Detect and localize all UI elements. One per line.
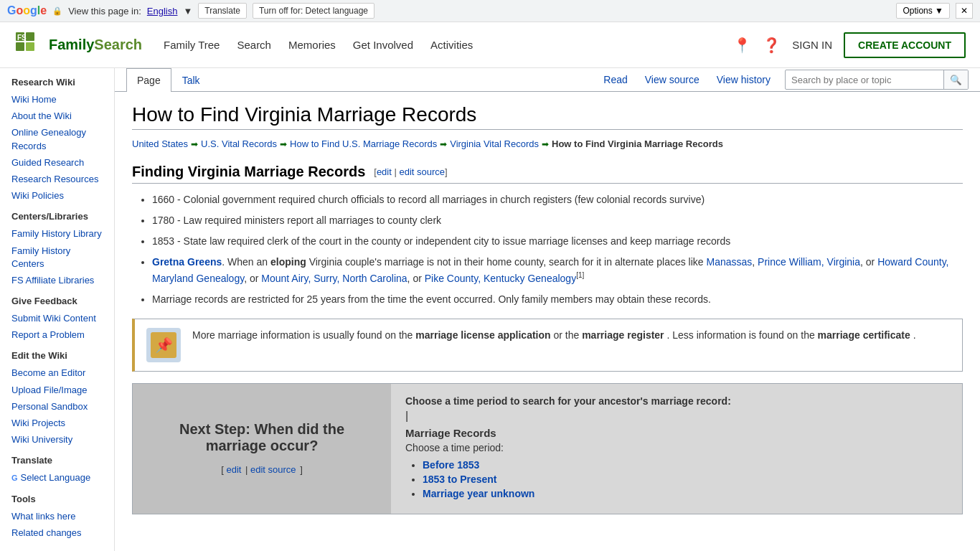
svg-text:FS: FS: [17, 34, 27, 42]
bullet-1660: 1660 - Colonial government required chur…: [152, 194, 705, 205]
create-account-button[interactable]: CREATE ACCOUNT: [844, 32, 966, 58]
gretna-greens-link[interactable]: Gretna Greens: [152, 256, 222, 268]
logo[interactable]: FS FamilySearch: [14, 31, 142, 60]
nav-family-tree[interactable]: Family Tree: [164, 36, 220, 54]
tab-talk[interactable]: Talk: [171, 68, 211, 92]
tip-icon-wrap: 📌: [146, 328, 181, 362]
breadcrumb-arrow-3: ➡: [440, 139, 447, 149]
list-item: Gretna Greens. When an eloping Virginia …: [152, 255, 963, 286]
sidebar-item-family-history-library[interactable]: Family History Library: [11, 227, 103, 240]
edit-link[interactable]: edit: [377, 166, 392, 177]
bottom-left-edit-source-link[interactable]: edit source: [250, 464, 296, 475]
footnote-1: [1]: [576, 271, 584, 279]
sidebar-item-online-genealogy[interactable]: Online Genealogy Records: [11, 126, 103, 152]
sidebar-item-related-changes[interactable]: Related changes: [11, 527, 103, 540]
svg-rect-1: [26, 32, 34, 41]
nav-memories[interactable]: Memories: [288, 36, 336, 54]
sidebar-item-fs-affiliate[interactable]: FS Affiliate Libraries: [11, 274, 103, 287]
tab-search-box: 🔍: [785, 70, 969, 90]
close-translate-button[interactable]: ✕: [956, 3, 973, 19]
1853-present-link[interactable]: 1853 to Present: [423, 474, 497, 485]
breadcrumb-current: How to Find Virginia Marriage Records: [552, 138, 723, 149]
tab-action-read[interactable]: Read: [595, 68, 636, 91]
time-period-list: Before 1853 1853 to Present Marriage yea…: [423, 459, 948, 499]
search-icon: 🔍: [950, 75, 962, 85]
sidebar-item-personal-sandbox[interactable]: Personal Sandbox: [11, 400, 103, 413]
breadcrumb-virginia-vital[interactable]: Virginia Vital Records: [450, 138, 539, 149]
tip-emoji: 📌: [155, 336, 173, 354]
breadcrumb-arrow-2: ➡: [280, 139, 287, 149]
restricted-text: Marriage records are restricted for 25 y…: [152, 293, 711, 305]
sidebar-section-feedback: Give Feedback: [11, 296, 103, 306]
before-1853-link[interactable]: Before 1853: [423, 459, 479, 471]
choose-time-text: Choose a time period:: [405, 442, 948, 453]
tip-bold-3: marriage certificate: [818, 329, 910, 341]
sidebar-item-wiki-university[interactable]: Wiki University: [11, 433, 103, 446]
turn-off-button[interactable]: Turn off for: Detect language: [253, 3, 374, 19]
main-nav: FS FamilySearch Family Tree Search Memor…: [0, 22, 980, 68]
prince-william-link[interactable]: Prince William, Virginia: [758, 256, 860, 268]
google-translate-g-icon: G: [11, 474, 18, 482]
sidebar-item-become-editor[interactable]: Become an Editor: [11, 367, 103, 380]
translate-view-text: View this page in:: [68, 6, 141, 17]
options-button[interactable]: Options ▼: [896, 3, 950, 19]
sidebar-item-research-resources[interactable]: Research Resources: [11, 173, 103, 186]
bottom-left-edit-link[interactable]: edit: [226, 464, 241, 475]
content-area: Page Talk Read View source View history …: [115, 68, 980, 551]
sidebar-item-wiki-home[interactable]: Wiki Home: [11, 93, 103, 106]
sidebar-item-submit-wiki[interactable]: Submit Wiki Content: [11, 312, 103, 325]
list-item: Marriage year unknown: [423, 488, 948, 499]
bottom-left-edit-bracket-close: ]: [300, 464, 303, 475]
sidebar-item-wiki-policies[interactable]: Wiki Policies: [11, 189, 103, 202]
sidebar-item-what-links[interactable]: What links here: [11, 510, 103, 523]
svg-rect-2: [16, 42, 24, 51]
translate-language-link[interactable]: English: [147, 6, 178, 17]
manassas-link[interactable]: Manassas: [707, 256, 753, 268]
sidebar-section-edit: Edit the Wiki: [11, 350, 103, 361]
marriage-records-subhead: Marriage Records: [405, 427, 948, 439]
bullet-1853: 1853 - State law required clerk of the c…: [152, 235, 730, 247]
pike-county-link[interactable]: Pike County, Kentucky Genealogy: [425, 273, 576, 284]
sidebar-item-about-wiki[interactable]: About the Wiki: [11, 110, 103, 123]
gretna-text-2: Virginia couple's marriage is not in the…: [306, 256, 707, 268]
nav-activities[interactable]: Activities: [430, 36, 473, 54]
bottom-left-separator: |: [245, 464, 250, 475]
article: How to Find Virginia Marriage Records Un…: [115, 92, 980, 526]
tab-search-input[interactable]: [786, 75, 943, 85]
choose-header: Choose a time period to search for your …: [405, 395, 948, 407]
tip-icon: 📌: [151, 332, 176, 358]
marriage-year-unknown-link[interactable]: Marriage year unknown: [423, 488, 534, 499]
comma-2: , or: [860, 256, 877, 268]
sidebar-item-report-problem[interactable]: Report a Problem: [11, 329, 103, 342]
mount-airy-link[interactable]: Mount Airy, Surry, North Carolina: [261, 273, 407, 284]
location-icon[interactable]: 📍: [733, 37, 751, 54]
translate-button[interactable]: Translate: [198, 3, 247, 19]
bottom-left-panel: Next Step: When did the marriage occur? …: [133, 384, 391, 514]
breadcrumb-us[interactable]: United States: [132, 138, 188, 149]
nav-right: 📍 ❓ SIGN IN CREATE ACCOUNT: [733, 32, 966, 58]
sidebar-item-guided-research[interactable]: Guided Research: [11, 156, 103, 169]
nav-get-involved[interactable]: Get Involved: [353, 36, 413, 54]
list-item: Before 1853: [423, 459, 948, 471]
edit-source-link[interactable]: edit source: [399, 166, 445, 177]
breadcrumb-us-marriage[interactable]: How to Find U.S. Marriage Records: [290, 138, 437, 149]
tip-text: More marriage information is usually fou…: [192, 328, 916, 343]
sidebar-section-translate: Translate: [11, 455, 103, 466]
main-nav-links: Family Tree Search Memories Get Involved…: [164, 36, 733, 54]
translate-dropdown-icon[interactable]: ▼: [183, 6, 192, 17]
tab-action-view-history[interactable]: View history: [708, 68, 779, 91]
tip-before: More marriage information is usually fou…: [192, 329, 413, 341]
tab-page[interactable]: Page: [126, 68, 171, 92]
bottom-left-text: Next Step: When did the marriage occur? …: [147, 421, 377, 476]
sidebar-item-family-history-centers[interactable]: Family History Centers: [11, 245, 103, 270]
nav-search[interactable]: Search: [237, 36, 271, 54]
help-icon[interactable]: ❓: [763, 37, 781, 54]
tab-search-button[interactable]: 🔍: [943, 70, 968, 89]
sidebar-item-wiki-projects[interactable]: Wiki Projects: [11, 417, 103, 430]
familysearch-logo-icon: FS: [14, 31, 43, 60]
breadcrumb-vital[interactable]: U.S. Vital Records: [201, 138, 277, 149]
sidebar-item-upload-file[interactable]: Upload File/Image: [11, 384, 103, 397]
sign-in-button[interactable]: SIGN IN: [792, 39, 832, 51]
tab-action-view-source[interactable]: View source: [636, 68, 708, 91]
sidebar-item-select-language[interactable]: Select Language: [21, 471, 91, 484]
